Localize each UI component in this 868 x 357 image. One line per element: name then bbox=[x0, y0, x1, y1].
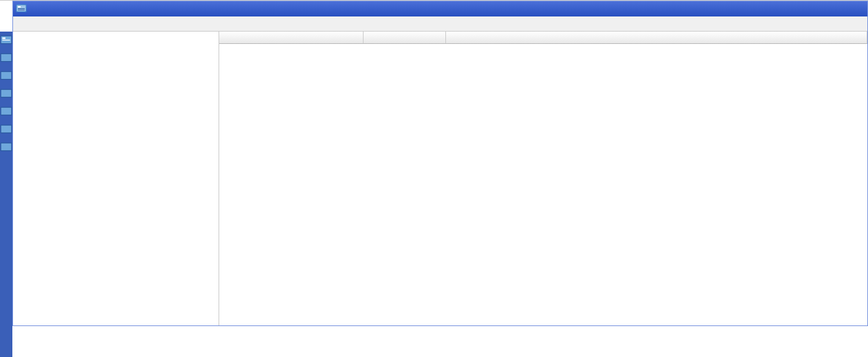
svg-rect-4 bbox=[1, 71, 12, 79]
reg-icon bbox=[0, 32, 12, 49]
svg-rect-6 bbox=[1, 107, 12, 115]
svg-rect-2 bbox=[2, 40, 10, 41]
reg-icon bbox=[0, 49, 12, 67]
menu-bar[interactable] bbox=[13, 16, 867, 32]
col-name[interactable] bbox=[219, 32, 364, 43]
reg-icon bbox=[0, 103, 12, 121]
registry-values bbox=[219, 32, 867, 325]
window-titlebar[interactable] bbox=[13, 1, 867, 16]
svg-rect-3 bbox=[1, 54, 12, 61]
svg-rect-1 bbox=[2, 38, 5, 39]
regedit-body bbox=[13, 32, 867, 325]
reg-icon bbox=[0, 67, 12, 85]
col-type[interactable] bbox=[364, 32, 446, 43]
svg-rect-12 bbox=[18, 10, 25, 10]
reg-icon bbox=[0, 85, 12, 103]
regedit-icon bbox=[16, 3, 27, 14]
col-data[interactable] bbox=[446, 32, 867, 43]
reg-icon bbox=[0, 121, 12, 139]
svg-rect-11 bbox=[18, 8, 25, 9]
regedit-window bbox=[12, 1, 868, 326]
svg-rect-5 bbox=[1, 89, 12, 97]
svg-rect-7 bbox=[1, 125, 12, 133]
left-icon-strip bbox=[0, 32, 12, 326]
list-header[interactable] bbox=[219, 32, 867, 44]
list-body[interactable] bbox=[219, 44, 867, 325]
svg-rect-8 bbox=[1, 143, 12, 150]
svg-rect-10 bbox=[18, 6, 21, 8]
registry-tree[interactable] bbox=[13, 32, 219, 325]
reg-icon bbox=[0, 139, 12, 157]
